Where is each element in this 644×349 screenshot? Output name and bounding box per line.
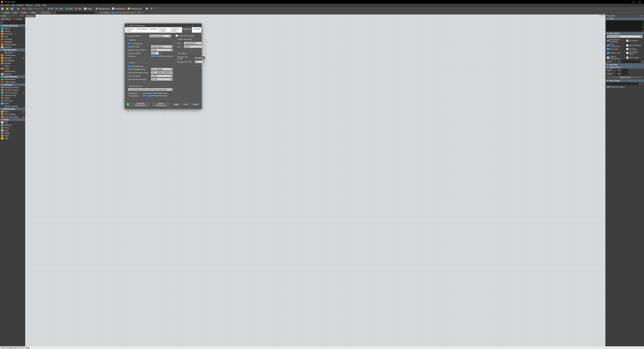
libitem-merge-controller[interactable]: Merge Controller <box>0 105 25 108</box>
dialog-maximize-button[interactable]: ▢ <box>190 24 195 27</box>
check-ignore-objects[interactable] <box>626 44 628 47</box>
libitem-trafficcontrol[interactable]: TrafficControl <box>0 81 25 83</box>
libitem-sink[interactable]: Sink <box>0 35 25 38</box>
libgroup-conveyors[interactable]: ▼Conveyors <box>0 83 25 86</box>
step-button[interactable]: Step <box>29 11 36 14</box>
libitem-text[interactable]: Text <box>0 121 25 124</box>
check-perspective-projection[interactable] <box>607 40 609 42</box>
libitem-crane[interactable]: Crane <box>0 67 25 70</box>
libitem-rack[interactable]: Rack◢ <box>0 110 25 113</box>
menu-view[interactable]: View <box>11 4 15 6</box>
runtime-input[interactable] <box>51 11 95 14</box>
menu-file[interactable]: File <box>1 4 4 6</box>
capture-view-button[interactable]: Capture View <box>606 76 643 79</box>
backgrounds-button[interactable]: 🖼Backgrounds <box>95 8 110 10</box>
font-select[interactable]: Arial-BoldMT <box>184 42 204 45</box>
libitem-curved-conveyor[interactable]: Curved Conveyor <box>0 89 25 92</box>
misc-b-button[interactable]: 🧩 <box>150 8 154 10</box>
libitem-robot[interactable]: Robot <box>0 65 25 67</box>
libitem-multiprocessor[interactable]: MultiProcessor <box>0 43 25 46</box>
libitem-light[interactable]: Light <box>0 137 25 140</box>
window-close-button[interactable]: ✕ <box>636 1 643 3</box>
tool-b[interactable]: ▾ <box>21 8 27 10</box>
libitem-basicte[interactable]: BasicTE <box>0 73 25 75</box>
color-bit-depth-select[interactable]: 32 Bit <box>151 75 173 77</box>
libitem-walls[interactable]: Walls <box>0 134 25 137</box>
follow-object-section[interactable]: Follow Object <box>609 80 620 82</box>
library-search-input[interactable] <box>4 21 27 24</box>
libitem-separator[interactable]: Separator <box>0 41 25 43</box>
capture-width-input[interactable] <box>616 69 628 72</box>
libitem-straight-conveyor[interactable]: Straight Conveyor <box>0 86 25 89</box>
close-button[interactable]: Close <box>191 103 200 106</box>
shadow-texture-select[interactable]: 2048 <box>151 49 173 51</box>
download-denoiser-button[interactable]: Download <box>194 56 205 59</box>
stop-button[interactable]: Stop <box>20 11 28 14</box>
use-shadows-checkbox[interactable] <box>128 43 130 45</box>
libitem-transporter[interactable]: Transporter <box>0 59 25 62</box>
separation-slider[interactable] <box>142 93 168 94</box>
font-size-input[interactable] <box>184 45 204 48</box>
libitem-decision-point[interactable]: Decision Point <box>0 94 25 97</box>
check-sync-views[interactable] <box>626 57 628 59</box>
pref-tab-customize-toolbar[interactable]: Customize Toolbar <box>170 27 182 33</box>
follow-object-input[interactable] <box>607 82 638 85</box>
opengl-context-select[interactable]: Recommended <box>150 35 171 38</box>
libitem-floor-storage[interactable]: Floor Storage <box>0 113 25 116</box>
pref-tab-libraries[interactable]: Libraries <box>149 27 158 33</box>
misc-c-button[interactable]: ⟳ <box>154 8 158 10</box>
apply-button[interactable]: Apply <box>172 103 180 106</box>
model-tab[interactable]: ▦ Model <box>25 15 36 17</box>
build-mipmaps-checkbox[interactable] <box>128 65 130 67</box>
libgroup-fixed-resources[interactable]: ▼Fixed Resources <box>0 24 25 27</box>
views-delete-icon[interactable]: ✕ <box>642 29 644 32</box>
new-file-button[interactable] <box>1 8 4 10</box>
depth-bit-depth-select[interactable]: 32 Bit <box>151 78 173 81</box>
library-close-icon[interactable]: 📌 ✕ <box>20 15 24 17</box>
menu-help[interactable]: Help <box>42 4 46 6</box>
process-flow-button[interactable]: 🔀Process Flow <box>127 8 142 10</box>
tool-c[interactable]: ▾ <box>28 8 33 10</box>
check-1st-person[interactable] <box>626 40 628 42</box>
check-rtx-mode-(beta)[interactable] <box>626 52 628 54</box>
check-show-connections[interactable] <box>607 44 609 47</box>
dashboards-button[interactable]: 📊Dashboards <box>111 8 126 10</box>
show-fps-checkbox[interactable] <box>176 35 178 37</box>
tool-e[interactable]: ✦ <box>40 8 44 10</box>
libitem-photo-eye[interactable]: Photo Eye <box>0 100 25 102</box>
properties-close-icon[interactable]: 📌 ✕ <box>639 15 643 17</box>
working-mode-select[interactable]: Working Mode <box>607 35 643 38</box>
menu-statistics[interactable]: Statistics <box>26 4 33 6</box>
menu-debug[interactable]: Debug <box>35 4 40 6</box>
views-list[interactable] <box>606 21 643 31</box>
libitem-shape[interactable]: Shape <box>0 132 25 134</box>
libitem-taskexecuter[interactable]: TaskExecuter <box>0 54 25 57</box>
gridz-spinner-icon[interactable]: ⇕ <box>641 61 643 63</box>
check-snap-to-background[interactable] <box>607 57 609 59</box>
pref-tab-graphics[interactable]: Graphics <box>182 27 192 33</box>
viewport-pin-icon[interactable]: ▾ 📌 ✕ <box>599 15 605 17</box>
libitem-elevator[interactable]: Elevator <box>0 62 25 65</box>
menu-execute[interactable]: Execute <box>17 4 24 6</box>
pref-tab-environment[interactable]: Environment <box>136 27 149 33</box>
capture-height-input[interactable] <box>616 72 628 75</box>
libitem-queue[interactable]: Queue <box>0 30 25 32</box>
libitem-asrsvehicle[interactable]: ASRSvehicle <box>0 70 25 73</box>
import-preferences-button[interactable]: Import Preferences <box>152 102 170 107</box>
libitem-join-conveyors[interactable]: Join Conveyors◢ <box>0 92 25 94</box>
check-show-grid[interactable] <box>607 48 609 50</box>
libitem-billboard[interactable]: Billboard <box>0 124 25 126</box>
views-section[interactable]: Views <box>609 18 614 20</box>
libgroup-task-executers[interactable]: ▼Task Executers <box>0 49 25 51</box>
reset-button[interactable]: ⮌Reset <box>1 11 10 14</box>
cascade-spinner-icon[interactable]: ⇕ <box>160 52 162 54</box>
library-tab[interactable]: 📚 Library <box>0 17 12 21</box>
tools-button[interactable]: 🛠Tools <box>55 8 64 10</box>
softness-slider[interactable] <box>151 56 173 57</box>
cascade-splits-input[interactable] <box>151 52 159 55</box>
3d-button[interactable]: 3D <box>47 8 54 10</box>
help-icon[interactable]: ? <box>126 103 129 106</box>
libgroup-travel-networks[interactable]: ▼Travel Networks <box>0 75 25 78</box>
excel-button[interactable]: XExcel <box>64 8 73 10</box>
reset-preferences-button[interactable]: Reset All Preferences <box>130 102 150 107</box>
